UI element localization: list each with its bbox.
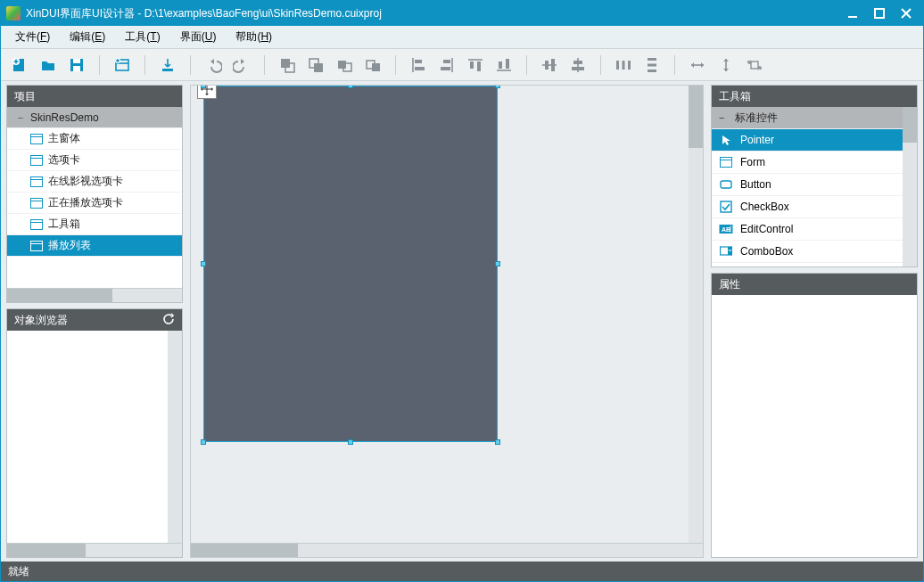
same-height-button[interactable] [714, 53, 738, 77]
maximize-button[interactable] [868, 4, 891, 22]
resize-handle[interactable] [495, 261, 500, 266]
toolbox-list[interactable]: − 标准控件 Pointer Form B [712, 107, 903, 266]
toolbox-vscrollbar[interactable] [903, 107, 917, 266]
new-window-button[interactable] [111, 53, 134, 77]
align-center-h-button[interactable] [538, 53, 561, 77]
project-hscrollbar[interactable] [7, 288, 182, 302]
svg-rect-30 [441, 67, 450, 70]
toolbox-group[interactable]: − 标准控件 [712, 107, 903, 129]
toolbox-item-form[interactable]: Form [712, 152, 903, 174]
save-button[interactable] [65, 53, 88, 77]
menu-help[interactable]: 帮助(H) [227, 27, 281, 47]
svg-rect-8 [70, 59, 83, 71]
align-left-button[interactable] [407, 53, 430, 77]
toolbox-item-combobox[interactable]: ComboBox [712, 241, 903, 263]
pointer-icon [719, 133, 733, 147]
object-browser-body[interactable] [7, 331, 182, 543]
project-tree[interactable]: − SkinResDemo 主窗体 选项卡 [7, 107, 182, 288]
app-icon [6, 6, 21, 20]
form-icon [30, 218, 43, 231]
project-item[interactable]: 工具箱 [7, 214, 182, 235]
project-item-label: 工具箱 [48, 217, 80, 232]
menu-edit[interactable]: 编辑(E) [61, 27, 114, 47]
project-item[interactable]: 主窗体 [7, 128, 182, 150]
align-bottom-button[interactable] [492, 53, 516, 77]
same-size-button[interactable] [743, 53, 766, 77]
svg-rect-47 [648, 63, 656, 66]
collapse-icon[interactable]: − [719, 112, 728, 123]
menu-tool[interactable]: 工具(T) [116, 27, 169, 47]
minimize-button[interactable] [841, 4, 864, 22]
form-icon [30, 133, 43, 145]
design-canvas[interactable] [191, 86, 689, 543]
toolbox-item-editcontrol[interactable]: AB EditControl [712, 218, 903, 241]
toolbox-item-checkbox[interactable]: CheckBox [712, 196, 903, 218]
distribute-v-button[interactable] [640, 53, 664, 77]
resize-handle[interactable] [495, 439, 500, 445]
resize-handle[interactable] [201, 261, 206, 266]
toolbar-separator [600, 55, 601, 75]
resize-handle[interactable] [348, 439, 353, 445]
redo-button[interactable] [230, 53, 253, 77]
svg-rect-11 [116, 60, 128, 70]
toolbar-separator [264, 55, 265, 75]
project-item[interactable]: 在线影视选项卡 [7, 171, 182, 193]
form-icon [30, 197, 43, 209]
resize-handle[interactable] [201, 86, 206, 88]
toolbar-separator [674, 55, 675, 75]
resize-handle[interactable] [201, 439, 206, 445]
svg-rect-9 [73, 59, 80, 63]
send-backward-button[interactable] [361, 53, 384, 77]
align-top-button[interactable] [464, 53, 487, 77]
new-file-button[interactable] [8, 53, 31, 77]
toolbar-separator [526, 55, 527, 75]
distribute-h-button[interactable] [612, 53, 635, 77]
form-icon [30, 154, 43, 167]
project-root[interactable]: − SkinResDemo [7, 107, 182, 128]
align-center-v-button[interactable] [566, 53, 590, 77]
svg-rect-39 [551, 59, 555, 71]
align-right-button[interactable] [435, 53, 458, 77]
project-item[interactable]: 正在播放选项卡 [7, 193, 182, 214]
canvas-vscrollbar[interactable] [689, 86, 703, 543]
toolbox-group-label: 标准控件 [735, 111, 778, 126]
main-area: 项目 − SkinResDemo 主窗体 选项卡 [1, 81, 923, 562]
resize-handle[interactable] [495, 86, 500, 88]
canvas-hscrollbar[interactable] [190, 544, 704, 558]
collapse-icon[interactable]: − [16, 113, 25, 122]
svg-rect-54 [31, 155, 43, 165]
bring-front-button[interactable] [276, 53, 299, 77]
send-back-button[interactable] [304, 53, 327, 77]
resize-handle[interactable] [348, 86, 353, 88]
svg-rect-44 [623, 61, 625, 70]
project-panel-title: 项目 [14, 89, 36, 104]
open-file-button[interactable] [37, 53, 60, 77]
bring-forward-button[interactable] [333, 53, 356, 77]
toolbox-item-button[interactable]: Button [712, 174, 903, 196]
toolbox-item-label: CheckBox [740, 201, 789, 213]
properties-panel: 属性 [711, 273, 918, 558]
same-width-button[interactable] [686, 53, 709, 77]
toolbox-title: 工具箱 [719, 89, 751, 104]
refresh-icon[interactable] [162, 313, 175, 328]
toolbar-separator [190, 55, 191, 75]
object-vscrollbar[interactable] [168, 331, 182, 543]
menu-file[interactable]: 文件(F) [6, 27, 59, 47]
properties-body[interactable] [712, 295, 917, 557]
menu-ui[interactable]: 界面(U) [171, 27, 226, 47]
svg-rect-1 [875, 9, 884, 18]
toolbox-item-pointer[interactable]: Pointer [712, 129, 903, 152]
design-surface[interactable] [203, 86, 498, 442]
svg-rect-42 [572, 67, 584, 70]
svg-rect-66 [721, 158, 732, 168]
project-item[interactable]: 播放列表 [7, 235, 182, 257]
import-button[interactable] [156, 53, 179, 77]
object-hscrollbar[interactable] [7, 543, 182, 557]
undo-button[interactable] [202, 53, 225, 77]
toolbox-header: 工具箱 [712, 86, 917, 107]
project-item[interactable]: 选项卡 [7, 150, 182, 171]
svg-rect-46 [648, 58, 656, 61]
form-icon [30, 176, 43, 188]
close-button[interactable] [895, 4, 918, 22]
toolbar [1, 49, 923, 81]
